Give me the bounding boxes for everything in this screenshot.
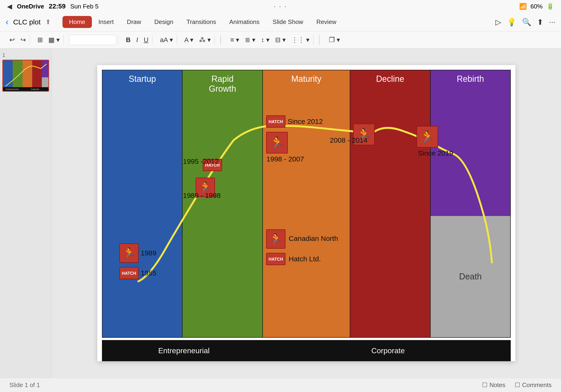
play-icon[interactable]: ▷ bbox=[496, 18, 501, 27]
more-icon[interactable]: ··· bbox=[549, 18, 555, 26]
font-color-button[interactable]: A ▾ bbox=[183, 35, 195, 45]
italic-button[interactable]: I bbox=[134, 35, 140, 45]
notes-icon: ☐ bbox=[482, 381, 487, 389]
comments-icon: ☐ bbox=[515, 381, 520, 389]
cloud-sync-icon: ⬆ bbox=[45, 18, 51, 26]
status-time: 22:59 bbox=[49, 3, 66, 10]
tab-home[interactable]: Home bbox=[63, 16, 92, 28]
undo-button[interactable]: ↩ bbox=[8, 35, 17, 45]
death-section: Death bbox=[431, 216, 510, 337]
tab-transitions[interactable]: Transitions bbox=[180, 16, 223, 28]
entrepreneurial-bar: Entrepreneurial bbox=[102, 340, 266, 361]
highlight-button[interactable]: ⁂ ▾ bbox=[197, 35, 213, 45]
tab-animations[interactable]: Animations bbox=[223, 16, 266, 28]
status-date: Sun Feb 5 bbox=[70, 3, 98, 10]
death-label: Death bbox=[459, 272, 482, 282]
app-name: OneDrive bbox=[17, 3, 44, 10]
share-icon[interactable]: ⬆ bbox=[537, 18, 543, 27]
bottom-bars: Entrepreneurial Corporate bbox=[102, 340, 511, 361]
file-name-label: CLC plot bbox=[13, 18, 41, 26]
corporate-bar: Corporate bbox=[266, 340, 511, 361]
search-icon[interactable]: 🔍 bbox=[522, 18, 531, 27]
bold-button[interactable]: B bbox=[124, 35, 132, 45]
comments-button[interactable]: ☐ Comments bbox=[515, 381, 552, 389]
nav-tabs: Home Insert Draw Design Transitions Anim… bbox=[63, 16, 343, 28]
copy-format-button[interactable]: ❐ ▾ bbox=[327, 35, 342, 45]
dots-indicator: · · · bbox=[274, 3, 288, 10]
status-bar: ◀ OneDrive 22:59 Sun Feb 5 · · · 📶 60% 🔋 bbox=[0, 0, 561, 13]
back-button[interactable]: ‹ bbox=[6, 17, 9, 27]
insert-image-button[interactable]: ⊞ bbox=[35, 35, 45, 45]
notes-label: Notes bbox=[489, 381, 505, 389]
line-spacing-button[interactable]: ↕ ▾ bbox=[259, 35, 271, 45]
clc-columns: Startup RapidGrowth Maturity Decline bbox=[102, 70, 511, 338]
numbered-button[interactable]: ≣ ▾ bbox=[243, 35, 257, 45]
top-toolbar: ‹ CLC plot ⬆ Home Insert Draw Design Tra… bbox=[0, 13, 561, 32]
col-startup: Startup bbox=[102, 70, 183, 338]
lightbulb-icon[interactable]: 💡 bbox=[507, 18, 516, 27]
tab-draw[interactable]: Draw bbox=[120, 16, 148, 28]
font-size-button[interactable]: aA ▾ bbox=[158, 35, 174, 45]
growth-label: RapidGrowth bbox=[183, 74, 262, 94]
underline-button[interactable]: U bbox=[142, 35, 150, 45]
bullets-button[interactable]: ≡ ▾ bbox=[228, 35, 241, 45]
slide: Startup RapidGrowth Maturity Decline bbox=[97, 65, 515, 361]
slide-thumbnail[interactable]: Entrepreneurial Corporate bbox=[2, 60, 49, 92]
tab-design[interactable]: Design bbox=[148, 16, 180, 28]
corporate-label: Corporate bbox=[371, 346, 405, 355]
main-area: 1 Entrepre bbox=[0, 48, 561, 378]
layout-button[interactable]: ▦ ▾ bbox=[46, 35, 62, 45]
startup-label: Startup bbox=[102, 74, 182, 84]
entrepreneurial-label: Entrepreneurial bbox=[158, 346, 210, 355]
tab-slideshow[interactable]: Slide Show bbox=[266, 16, 310, 28]
back-arrow-status: ◀ bbox=[7, 3, 12, 10]
wifi-icon: 📶 bbox=[519, 3, 527, 10]
slide-count: Slide 1 of 1 bbox=[9, 381, 40, 389]
tab-insert[interactable]: Insert bbox=[92, 16, 120, 28]
columns-button[interactable]: ⋮⋮ ▾ bbox=[290, 35, 312, 45]
redo-button[interactable]: ↪ bbox=[19, 35, 28, 45]
format-bar: ↩ ↪ ⊞ ▦ ▾ B I U aA ▾ A ▾ ⁂ ▾ ≡ ▾ ≣ ▾ ↕ ▾… bbox=[0, 32, 561, 48]
battery-indicator: 60% bbox=[530, 3, 543, 10]
col-maturity: Maturity bbox=[263, 70, 350, 338]
col-growth: RapidGrowth bbox=[183, 70, 263, 338]
text-input-field[interactable] bbox=[69, 35, 116, 45]
tab-review[interactable]: Review bbox=[310, 16, 343, 28]
rebirth-label: Rebirth bbox=[431, 74, 510, 84]
rebirth-top: Rebirth bbox=[431, 70, 510, 216]
col-decline: Decline bbox=[350, 70, 430, 338]
col-rebirth: Rebirth Death bbox=[431, 70, 511, 338]
slide-number: 1 bbox=[2, 52, 49, 58]
battery-icon: 🔋 bbox=[546, 3, 554, 10]
decline-label: Decline bbox=[350, 74, 430, 84]
status-footer: Slide 1 of 1 ☐ Notes ☐ Comments bbox=[0, 378, 561, 392]
canvas-area: Startup RapidGrowth Maturity Decline bbox=[52, 48, 561, 378]
slide-panel: 1 Entrepre bbox=[0, 48, 52, 378]
align-button[interactable]: ⊟ ▾ bbox=[273, 35, 288, 45]
notes-button[interactable]: ☐ Notes bbox=[482, 381, 505, 389]
maturity-label: Maturity bbox=[263, 74, 350, 84]
comments-label: Comments bbox=[522, 381, 552, 389]
